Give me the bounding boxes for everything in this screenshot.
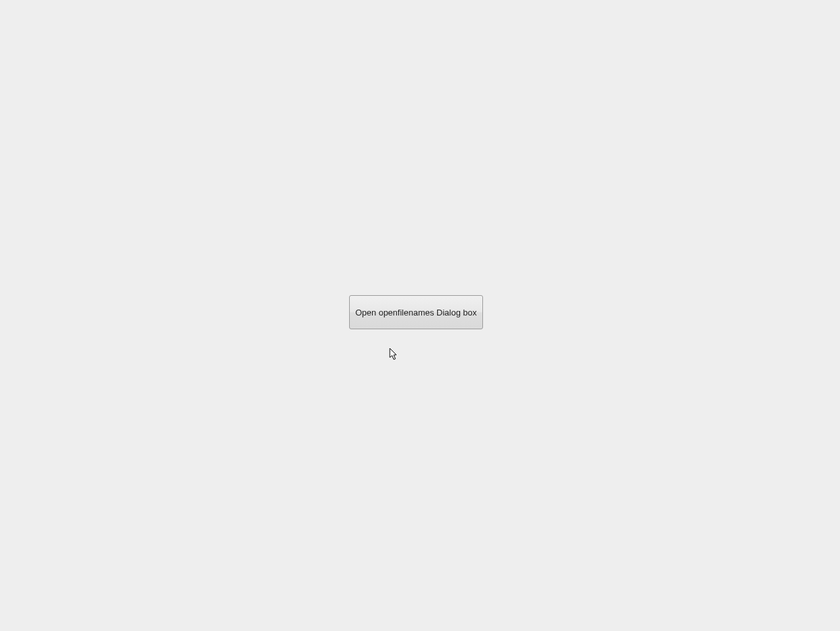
open-filenames-dialog-button[interactable]: Open openfilenames Dialog box bbox=[349, 295, 483, 329]
cursor-arrow-icon bbox=[389, 348, 398, 361]
